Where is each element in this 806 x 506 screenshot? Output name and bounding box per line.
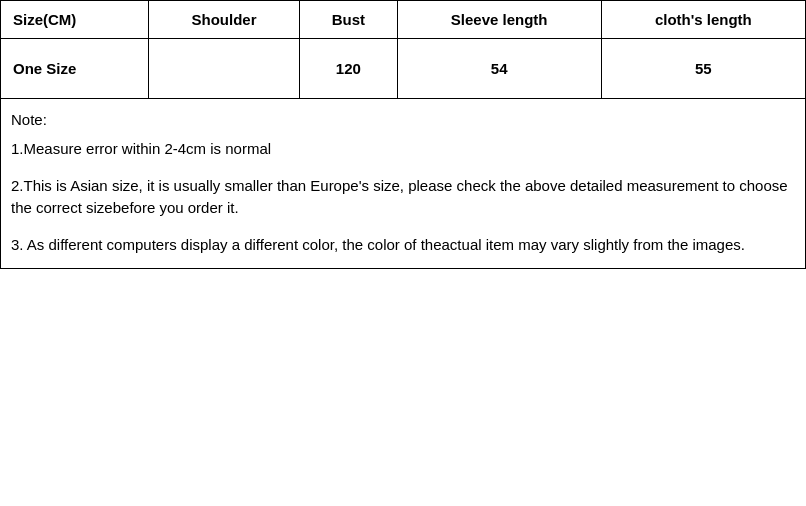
note-title: Note: bbox=[11, 111, 795, 128]
note-item-3: 3. As different computers display a diff… bbox=[11, 234, 795, 257]
cell-shoulder bbox=[149, 39, 300, 99]
header-bust: Bust bbox=[299, 1, 397, 39]
note-item-2: 2.This is Asian size, it is usually smal… bbox=[11, 175, 795, 220]
cell-bust: 120 bbox=[299, 39, 397, 99]
notes-section: Note: 1.Measure error within 2-4cm is no… bbox=[0, 99, 806, 269]
size-table: Size(CM) Shoulder Bust Sleeve length clo… bbox=[0, 0, 806, 99]
main-container: Size(CM) Shoulder Bust Sleeve length clo… bbox=[0, 0, 806, 506]
table-row: One Size 120 54 55 bbox=[1, 39, 806, 99]
cell-cloths-length: 55 bbox=[601, 39, 805, 99]
cell-size: One Size bbox=[1, 39, 149, 99]
cell-sleeve-length: 54 bbox=[397, 39, 601, 99]
header-shoulder: Shoulder bbox=[149, 1, 300, 39]
header-cloths-length: cloth's length bbox=[601, 1, 805, 39]
note-item-1: 1.Measure error within 2-4cm is normal bbox=[11, 138, 795, 161]
header-sleeve-length: Sleeve length bbox=[397, 1, 601, 39]
header-size: Size(CM) bbox=[1, 1, 149, 39]
table-header-row: Size(CM) Shoulder Bust Sleeve length clo… bbox=[1, 1, 806, 39]
